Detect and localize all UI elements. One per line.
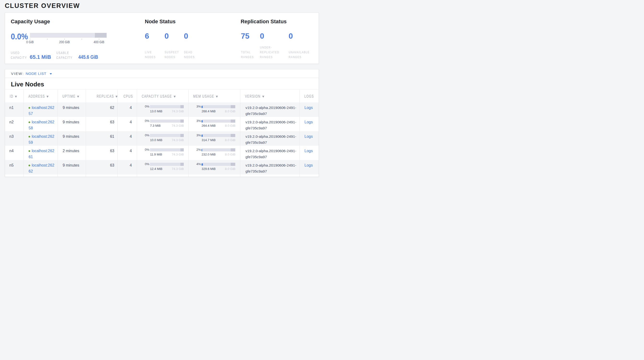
usage-bar-used-fill bbox=[202, 163, 203, 165]
usable-capacity-value: 445.6 GiB bbox=[78, 55, 98, 60]
usage-bar-other-segment bbox=[231, 119, 235, 123]
usage-bar bbox=[202, 148, 235, 151]
node-logs-cell: Logs bbox=[300, 146, 319, 160]
node-address-link[interactable]: localhost:26262 bbox=[28, 163, 54, 173]
node-logs-link[interactable]: Logs bbox=[304, 163, 313, 167]
partial-row-cell bbox=[86, 174, 118, 177]
column-header-label: CPUS bbox=[124, 94, 138, 98]
status-stat-value: 0 bbox=[260, 32, 264, 40]
node-mem-usage-cell: 3%268.4 MiB8.0 GiB bbox=[188, 102, 240, 117]
column-header-cpus: CPUS bbox=[118, 90, 137, 102]
live-nodes-title: Live Nodes bbox=[11, 81, 44, 87]
node-mem-usage-cell: 2%232.0 MiB8.0 GiB bbox=[188, 146, 240, 160]
usage-bar bbox=[150, 148, 184, 151]
column-header-version[interactable]: VERSION bbox=[240, 90, 300, 102]
usage-bar bbox=[150, 163, 184, 166]
node-mem-usage-cell: 4%329.6 MiB8.0 GiB bbox=[188, 160, 240, 174]
column-header-mem-usage[interactable]: MEM USAGE bbox=[188, 90, 240, 102]
usage-bar bbox=[150, 105, 184, 108]
node-id: n1 bbox=[5, 102, 24, 117]
usage-total-value: 8.0 GiB bbox=[225, 138, 235, 142]
usage-bar-other-segment bbox=[231, 148, 235, 151]
usage-bar-other-segment bbox=[231, 105, 235, 108]
column-header-replicas[interactable]: REPLICAS bbox=[86, 90, 118, 102]
usage-percent: 0% bbox=[142, 119, 149, 122]
column-header-logs: LOGS bbox=[300, 90, 319, 102]
node-row-n5: n5localhost:262629 minutes6340%12.4 MiB7… bbox=[5, 160, 319, 174]
view-selected-value: NODE LIST bbox=[26, 72, 46, 76]
usage-percent: 2% bbox=[193, 148, 201, 151]
node-uptime: 9 minutes bbox=[58, 131, 86, 146]
status-stat-label: DEADNODES bbox=[184, 50, 195, 60]
live-nodes-table: IDADDRESSUPTIMEREPLICASCPUSCAPACITY USAG… bbox=[5, 89, 319, 177]
usage-bar bbox=[150, 134, 184, 137]
node-logs-link[interactable]: Logs bbox=[304, 149, 313, 153]
partial-row-cell bbox=[5, 174, 24, 177]
node-id: n5 bbox=[5, 160, 24, 174]
node-status-title: Node Status bbox=[145, 19, 176, 24]
node-address-link[interactable]: localhost:26257 bbox=[28, 106, 54, 116]
caret-down-icon bbox=[50, 73, 52, 75]
node-health-dot-icon bbox=[28, 165, 30, 166]
used-capacity-label: USEDCAPACITY bbox=[11, 50, 27, 60]
usage-percent: 3% bbox=[193, 119, 201, 122]
status-stat-value: 75 bbox=[241, 32, 250, 40]
node-capacity-usage-cell: 0%10.0 MiB74.3 GiB bbox=[137, 131, 188, 146]
capacity-axis-label: 400 GiB bbox=[91, 40, 107, 44]
sort-arrow-icon bbox=[262, 96, 264, 98]
usage-percent: 3% bbox=[193, 105, 201, 108]
column-header-label: LOGS bbox=[300, 94, 314, 98]
status-stat-label: LIVENODES bbox=[145, 50, 156, 60]
node-version: v19.2.0-alpha.20190606-2491-gfe735c9a97 bbox=[240, 146, 300, 160]
node-address-cell: localhost:26259 bbox=[24, 131, 58, 146]
node-logs-link[interactable]: Logs bbox=[304, 120, 313, 124]
column-header-label: ADDRESS bbox=[24, 94, 49, 98]
partial-row-cell bbox=[58, 174, 86, 177]
node-address-cell: localhost:26262 bbox=[24, 160, 58, 174]
usage-used-value: 11.9 MiB bbox=[150, 153, 162, 156]
node-capacity-usage-cell: 0%13.0 MiB74.3 GiB bbox=[137, 102, 188, 117]
sort-arrow-icon bbox=[46, 96, 49, 98]
node-row-partial bbox=[5, 174, 319, 177]
capacity-axis-tick bbox=[30, 39, 30, 40]
node-health-dot-icon bbox=[28, 150, 30, 152]
node-logs-link[interactable]: Logs bbox=[304, 106, 313, 110]
view-selector-dropdown[interactable]: NODE LIST bbox=[26, 72, 52, 76]
column-header-label: MEM USAGE bbox=[188, 94, 218, 98]
node-logs-cell: Logs bbox=[300, 160, 319, 174]
node-row-n4: n4localhost:262612 minutes6340%11.9 MiB7… bbox=[5, 146, 319, 160]
column-header-id[interactable]: ID bbox=[5, 90, 24, 102]
node-logs-link[interactable]: Logs bbox=[304, 134, 313, 138]
usage-used-value: 314.7 MiB bbox=[202, 138, 216, 142]
node-address-cell: localhost:26257 bbox=[24, 102, 58, 117]
usage-used-value: 10.0 MiB bbox=[150, 138, 162, 142]
node-mem-usage-cell: 3%314.7 MiB8.0 GiB bbox=[188, 131, 240, 146]
node-capacity-usage-cell: 0%12.4 MiB74.3 GiB bbox=[137, 160, 188, 174]
capacity-used-percent: 0.0% bbox=[11, 32, 28, 41]
column-header-uptime[interactable]: UPTIME bbox=[58, 90, 86, 102]
node-health-dot-icon bbox=[28, 107, 30, 109]
node-cpus: 4 bbox=[118, 117, 137, 131]
usage-bar bbox=[150, 119, 184, 123]
status-stat-label: TOTALRANGES bbox=[241, 50, 254, 60]
usage-total-value: 74.3 GiB bbox=[172, 167, 184, 170]
status-stat-value: 0 bbox=[164, 32, 169, 40]
usage-used-value: 13.0 MiB bbox=[150, 110, 162, 113]
view-bar: VIEW: NODE LIST bbox=[5, 69, 319, 78]
node-replicas: 63 bbox=[86, 160, 118, 174]
table-header-row: IDADDRESSUPTIMEREPLICASCPUSCAPACITY USAG… bbox=[5, 90, 319, 102]
sort-arrow-icon bbox=[77, 96, 79, 98]
usage-used-value: 232.0 MiB bbox=[202, 153, 216, 156]
status-stat-value: 6 bbox=[145, 32, 149, 40]
column-header-capacity-usage[interactable]: CAPACITY USAGE bbox=[137, 90, 188, 102]
node-replicas: 62 bbox=[86, 102, 118, 117]
node-address-link[interactable]: localhost:26261 bbox=[28, 149, 54, 159]
node-address-link[interactable]: localhost:26259 bbox=[28, 134, 54, 144]
node-row-n2: n2localhost:262589 minutes6340%7.3 MiB74… bbox=[5, 117, 319, 131]
node-uptime: 9 minutes bbox=[58, 160, 86, 174]
node-row-n1: n1localhost:262579 minutes6240%13.0 MiB7… bbox=[5, 102, 319, 117]
usage-bar-other-segment bbox=[231, 134, 235, 137]
node-address-link[interactable]: localhost:26258 bbox=[28, 120, 54, 130]
column-header-label: VERSION bbox=[240, 94, 264, 98]
column-header-address[interactable]: ADDRESS bbox=[24, 90, 58, 102]
